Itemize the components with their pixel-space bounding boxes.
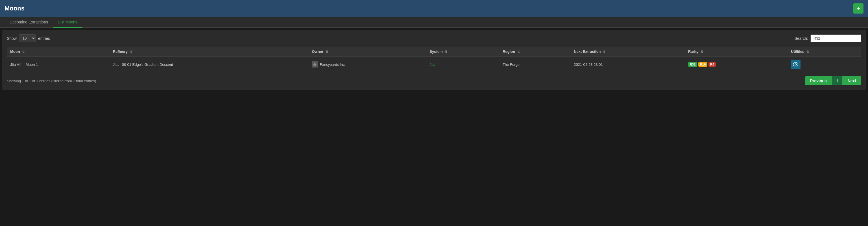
cell-system: Jita [426, 57, 499, 72]
table-header-row: Moon ⇅ Refinery ⇅ Owner ⇅ System ⇅ Regio… [7, 47, 861, 57]
cell-owner: Fancypants Inc [308, 57, 426, 72]
rarity-badges: R32 R16 R4 [688, 62, 784, 67]
eye-icon [793, 62, 798, 66]
view-button[interactable] [791, 60, 801, 69]
cell-rarity: R32 R16 R4 [685, 57, 787, 72]
col-owner: Owner ⇅ [308, 47, 426, 57]
owner-cell: Fancypants Inc [312, 61, 423, 67]
entries-select[interactable]: 10 25 50 100 [19, 34, 36, 42]
cell-refinery: Jita - 08-01 Edge's Gradient Descent [110, 57, 309, 72]
sort-icon-owner[interactable]: ⇅ [326, 50, 328, 53]
entries-label: entries [38, 36, 50, 41]
data-table: Moon ⇅ Refinery ⇅ Owner ⇅ System ⇅ Regio… [7, 47, 861, 72]
current-page: 1 [832, 76, 843, 85]
page-title: Moons [4, 5, 25, 12]
previous-button[interactable]: Previous [805, 76, 832, 85]
system-link[interactable]: Jita [430, 62, 435, 67]
badge-r32: R32 [688, 62, 697, 67]
badge-r4: R4 [709, 62, 716, 67]
sort-icon-refinery[interactable]: ⇅ [130, 50, 132, 53]
sort-icon-system[interactable]: ⇅ [445, 50, 447, 53]
corp-icon [312, 61, 318, 67]
sort-icon-utilities[interactable]: ⇅ [806, 50, 809, 53]
sort-icon-rarity[interactable]: ⇅ [701, 50, 703, 53]
col-utilities: Utilities ⇅ [787, 47, 861, 57]
show-entries: Show 10 25 50 100 entries [7, 34, 50, 42]
search-input[interactable] [810, 34, 861, 42]
svg-marker-0 [313, 62, 317, 66]
search-label: Search: [795, 36, 808, 41]
cell-region: The Forge [499, 57, 570, 72]
tab-upcoming-extractions[interactable]: Upcoming Extractions [4, 17, 53, 28]
cell-moon: Jita VIII - Moon 1 [7, 57, 110, 72]
header-bar: Moons + [0, 0, 868, 17]
col-next-extraction: Next Extraction ⇅ [570, 47, 685, 57]
next-button[interactable]: Next [843, 76, 861, 85]
cell-next-extraction: 2021-04-23 23:01 [570, 57, 685, 72]
tab-list-moons[interactable]: List Moons [53, 17, 83, 28]
add-button[interactable]: + [853, 3, 864, 13]
cell-utilities [787, 57, 861, 72]
show-label: Show [7, 36, 17, 41]
pagination: Previous 1 Next [805, 76, 861, 85]
col-system: System ⇅ [426, 47, 499, 57]
showing-text: Showing 1 to 1 of 1 entries (filtered fr… [7, 79, 96, 83]
table-row: Jita VIII - Moon 1 Jita - 08-01 Edge's G… [7, 57, 861, 72]
search-row: Search: [795, 34, 861, 42]
col-refinery: Refinery ⇅ [110, 47, 309, 57]
footer-row: Showing 1 to 1 of 1 entries (filtered fr… [7, 76, 861, 85]
badge-r16: R16 [698, 62, 707, 67]
controls-row: Show 10 25 50 100 entries Search: [7, 34, 861, 42]
col-moon: Moon ⇅ [7, 47, 110, 57]
svg-point-3 [795, 64, 796, 65]
col-region: Region ⇅ [499, 47, 570, 57]
col-rarity: Rarity ⇅ [685, 47, 787, 57]
main-content: Show 10 25 50 100 entries Search: Moon ⇅ [2, 30, 866, 90]
corp-svg-icon [312, 62, 317, 67]
sort-icon-region[interactable]: ⇅ [517, 50, 520, 53]
sort-icon-next-extraction[interactable]: ⇅ [603, 50, 606, 53]
sort-icon-moon[interactable]: ⇅ [22, 50, 25, 53]
tabs: Upcoming Extractions List Moons [0, 17, 868, 28]
